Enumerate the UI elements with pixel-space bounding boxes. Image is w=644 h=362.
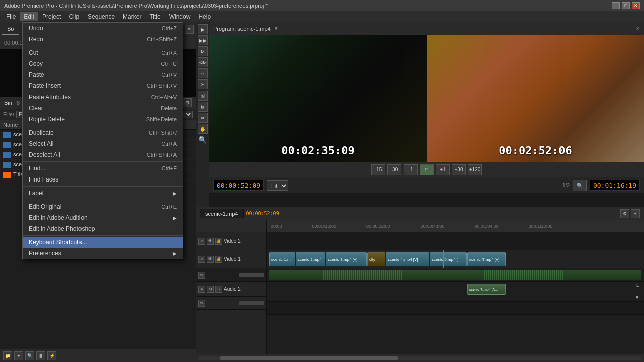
- find-faces-label: Find Faces: [29, 176, 177, 183]
- sep-1: [23, 46, 183, 46]
- menu-deselect-all[interactable]: Deselect All Ctrl+Shift+A: [23, 149, 183, 160]
- edit-dropdown-menu: Undo Ctrl+Z Redo Ctrl+Shift+Z Cut Ctrl+X…: [22, 22, 183, 259]
- sep-5: [23, 200, 183, 200]
- edit-audition-label: Edit in Adobe Audition: [29, 214, 173, 221]
- menu-duplicate[interactable]: Duplicate Ctrl+Shift+/: [23, 127, 183, 138]
- menu-paste-insert[interactable]: Paste Insert Ctrl+Shift+V: [23, 80, 183, 92]
- preferences-label: Preferences: [29, 250, 173, 257]
- sep-6: [23, 235, 183, 236]
- paste-label: Paste: [29, 71, 161, 78]
- clear-shortcut: Delete: [160, 105, 177, 111]
- menu-preferences[interactable]: Preferences ▶: [23, 248, 183, 259]
- ripple-delete-shortcut: Shift+Delete: [146, 116, 177, 122]
- edit-photoshop-label: Edit in Adobe Photoshop: [29, 225, 177, 232]
- menu-keyboard-shortcuts[interactable]: Keyboard Shortcuts...: [23, 237, 183, 248]
- close-button[interactable]: ✕: [632, 2, 640, 9]
- menu-redo[interactable]: Redo Ctrl+Shift+Z: [23, 34, 183, 45]
- deselect-all-label: Deselect All: [29, 151, 147, 158]
- menu-paste[interactable]: Paste Ctrl+V: [23, 69, 183, 80]
- find-shortcut: Ctrl+F: [162, 165, 177, 171]
- copy-shortcut: Ctrl+C: [161, 61, 177, 67]
- redo-label: Redo: [29, 36, 147, 43]
- menu-edit-photoshop[interactable]: Edit in Adobe Photoshop: [23, 223, 183, 234]
- ripple-delete-label: Ripple Delete: [29, 116, 146, 123]
- edit-original-label: Edit Original: [29, 203, 161, 210]
- minimize-button[interactable]: ─: [612, 2, 620, 9]
- sep-4: [23, 186, 183, 187]
- label-label: Label: [29, 190, 173, 197]
- menu-project[interactable]: Project: [38, 12, 65, 21]
- keyboard-shortcuts-label: Keyboard Shortcuts...: [29, 239, 177, 246]
- select-all-shortcut: Ctrl+A: [161, 141, 177, 147]
- menu-find[interactable]: Find... Ctrl+F: [23, 163, 183, 174]
- find-label: Find...: [29, 165, 162, 172]
- undo-shortcut: Ctrl+Z: [162, 25, 177, 31]
- sep-2: [23, 126, 183, 126]
- paste-shortcut: Ctrl+V: [161, 72, 177, 78]
- deselect-all-shortcut: Ctrl+Shift+A: [147, 152, 177, 158]
- menu-bar: File Edit Project Clip Sequence Marker T…: [0, 11, 644, 22]
- window-controls: ─ □ ✕: [612, 2, 640, 9]
- cut-label: Cut: [29, 49, 161, 56]
- menu-clear[interactable]: Clear Delete: [23, 103, 183, 114]
- paste-attr-label: Paste Attributes: [29, 94, 151, 101]
- menu-edit-original[interactable]: Edit Original Ctrl+E: [23, 201, 183, 212]
- duplicate-label: Duplicate: [29, 129, 149, 136]
- paste-insert-shortcut: Ctrl+Shift+V: [147, 83, 177, 89]
- menu-marker[interactable]: Marker: [119, 12, 145, 21]
- duplicate-shortcut: Ctrl+Shift+/: [149, 130, 177, 136]
- redo-shortcut: Ctrl+Shift+Z: [147, 36, 177, 42]
- menu-copy[interactable]: Copy Ctrl+C: [23, 58, 183, 69]
- menu-undo[interactable]: Undo Ctrl+Z: [23, 23, 183, 34]
- audition-arrow: ▶: [173, 215, 177, 221]
- menu-ripple-delete[interactable]: Ripple Delete Shift+Delete: [23, 114, 183, 125]
- menu-label[interactable]: Label ▶: [23, 188, 183, 199]
- menu-window[interactable]: Window: [165, 12, 195, 21]
- preferences-arrow: ▶: [173, 251, 177, 256]
- menu-cut[interactable]: Cut Ctrl+X: [23, 47, 183, 58]
- menu-edit-audition[interactable]: Edit in Adobe Audition ▶: [23, 212, 183, 223]
- menu-paste-attr[interactable]: Paste Attributes Ctrl+Alt+V: [23, 92, 183, 103]
- edit-original-shortcut: Ctrl+E: [161, 204, 177, 210]
- app-title: Adobe Premiere Pro - C:\InfiniteSkills-a…: [4, 3, 612, 9]
- clear-label: Clear: [29, 105, 160, 112]
- sep-3: [23, 161, 183, 162]
- menu-file[interactable]: File: [2, 12, 20, 21]
- undo-label: Undo: [29, 25, 162, 32]
- menu-clip[interactable]: Clip: [65, 12, 84, 21]
- menu-help[interactable]: Help: [194, 12, 215, 21]
- cut-shortcut: Ctrl+X: [161, 50, 177, 56]
- copy-label: Copy: [29, 60, 161, 67]
- menu-overlay[interactable]: Undo Ctrl+Z Redo Ctrl+Shift+Z Cut Ctrl+X…: [0, 22, 644, 362]
- paste-attr-shortcut: Ctrl+Alt+V: [151, 94, 177, 100]
- select-all-label: Select All: [29, 140, 161, 147]
- menu-select-all[interactable]: Select All Ctrl+A: [23, 138, 183, 149]
- title-bar: Adobe Premiere Pro - C:\InfiniteSkills-a…: [0, 0, 644, 11]
- label-arrow: ▶: [173, 191, 177, 196]
- maximize-button[interactable]: □: [622, 2, 630, 9]
- menu-sequence[interactable]: Sequence: [84, 12, 119, 21]
- menu-find-faces[interactable]: Find Faces: [23, 174, 183, 185]
- menu-edit[interactable]: Edit: [20, 12, 38, 21]
- paste-insert-label: Paste Insert: [29, 82, 147, 89]
- menu-title[interactable]: Title: [145, 12, 165, 21]
